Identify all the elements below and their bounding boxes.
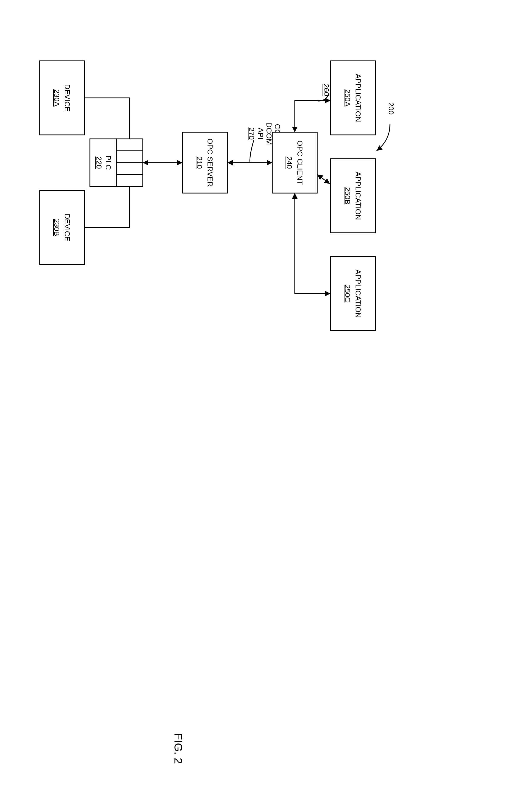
opc-client-box: OPC CLIENT 240 <box>272 132 317 193</box>
plc-group: PLC 220 <box>90 139 143 186</box>
app-c-id: 250C <box>343 285 352 303</box>
rotated-content: 200 DEVICE 230A DEVICE 230B PLC 220 <box>39 61 395 331</box>
svg-rect-1 <box>39 190 85 264</box>
com-dcom-leader <box>250 140 254 161</box>
app-a-label: APPLICATION <box>354 74 362 122</box>
app-c-label: APPLICATION <box>354 269 362 318</box>
com-dcom-l4: 270 <box>247 128 256 140</box>
app-c-box: APPLICATION 250C <box>330 257 375 331</box>
refnum-leader <box>377 124 390 151</box>
device-a-box: DEVICE 230A <box>39 61 85 135</box>
svg-rect-2 <box>182 132 227 193</box>
conn-opcclient-appB <box>317 175 330 184</box>
plc-label: PLC <box>104 156 112 170</box>
device-b-id: 230B <box>53 219 61 236</box>
conn-opcclient-appC <box>295 193 330 294</box>
svg-rect-3 <box>272 132 317 193</box>
device-b-box: DEVICE 230B <box>39 190 85 264</box>
app-a-box: APPLICATION 250A <box>330 61 375 135</box>
opc-server-id: 210 <box>195 157 203 169</box>
conn-deviceA-plc <box>85 98 130 139</box>
figure-label: FIG. 2 <box>172 733 184 764</box>
com-dcom-l2: DCOM <box>265 122 273 145</box>
conn-opcclient-appA <box>295 100 330 132</box>
conn-deviceB-plc <box>85 186 130 228</box>
svg-rect-6 <box>330 257 375 331</box>
svg-rect-5 <box>330 159 375 233</box>
opc-client-id: 240 <box>285 157 293 169</box>
diagram-refnum: 200 <box>387 102 395 115</box>
device-a-id: 230A <box>53 89 61 106</box>
com-dcom-l3: API <box>256 128 265 139</box>
architecture-diagram: 200 DEVICE 230A DEVICE 230B PLC 220 <box>0 0 506 812</box>
device-a-label: DEVICE <box>63 84 71 111</box>
opc-client-label: OPC CLIENT <box>296 141 304 185</box>
svg-rect-4 <box>330 61 375 135</box>
app-b-label: APPLICATION <box>354 171 362 220</box>
svg-rect-0 <box>39 61 85 135</box>
app-b-id: 250B <box>343 187 352 204</box>
opc-server-label: OPC SERVER <box>206 138 214 187</box>
app-a-id: 250A <box>343 89 352 106</box>
app-b-box: APPLICATION 250B <box>330 159 375 233</box>
device-b-label: DEVICE <box>63 214 71 241</box>
plc-id: 220 <box>95 157 103 169</box>
opc-server-box: OPC SERVER 210 <box>182 132 227 193</box>
